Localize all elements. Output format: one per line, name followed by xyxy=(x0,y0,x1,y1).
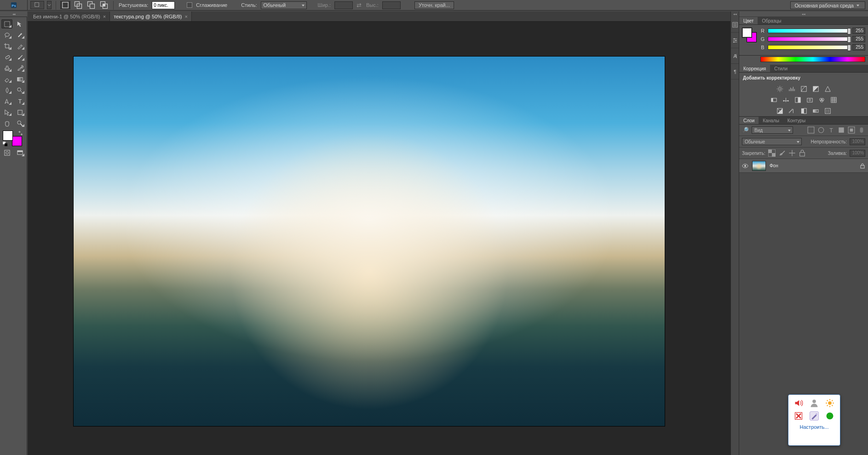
color-tab[interactable]: Цвет xyxy=(739,17,758,24)
blend-mode-select[interactable]: Обычные xyxy=(742,138,802,145)
screenmode-tool-icon[interactable] xyxy=(14,148,25,157)
crop-tool-icon[interactable] xyxy=(1,41,12,51)
fill-input[interactable]: 100% xyxy=(850,150,865,157)
b-slider[interactable] xyxy=(768,45,850,50)
posterize-adj-icon[interactable] xyxy=(788,107,796,115)
close-tab-icon[interactable]: × xyxy=(185,14,188,19)
layer-row[interactable]: Фон xyxy=(739,159,868,173)
eyedropper-tool-icon[interactable] xyxy=(14,41,25,51)
pen-tray-icon[interactable] xyxy=(810,411,819,421)
lock-pixels-icon[interactable] xyxy=(778,149,786,157)
filter-type-icon[interactable]: T xyxy=(828,126,835,134)
swap-colors-icon[interactable] xyxy=(17,131,23,136)
close-tab-icon[interactable]: × xyxy=(103,14,106,19)
feather-input[interactable]: 0 пикс. xyxy=(152,1,175,9)
character-panel-icon[interactable]: A xyxy=(731,48,739,64)
invert-adj-icon[interactable] xyxy=(776,107,784,115)
hue-adj-icon[interactable] xyxy=(770,96,778,104)
curves-adj-icon[interactable] xyxy=(799,85,808,93)
bw-adj-icon[interactable] xyxy=(793,96,802,104)
canvas-area[interactable] xyxy=(28,22,732,455)
panel-fg-swatch[interactable] xyxy=(742,28,752,38)
brush-tool-icon[interactable] xyxy=(14,52,25,62)
hand-tool-icon[interactable] xyxy=(1,119,12,128)
volume-tray-icon[interactable] xyxy=(794,398,803,408)
colorbalance-adj-icon[interactable] xyxy=(782,96,790,104)
type-tool-icon[interactable]: T xyxy=(14,97,25,106)
visibility-toggle-icon[interactable] xyxy=(742,163,748,169)
status-tray-icon[interactable] xyxy=(825,411,834,421)
vibrance-adj-icon[interactable] xyxy=(823,85,832,93)
filter-toggle-switch[interactable] xyxy=(858,126,865,134)
default-colors-icon[interactable] xyxy=(3,142,7,146)
color-swatch-control[interactable] xyxy=(3,131,23,146)
swatches-tab[interactable]: Образцы xyxy=(758,17,785,24)
marquee-tool-icon[interactable] xyxy=(1,19,12,28)
healing-tool-icon[interactable] xyxy=(1,52,12,62)
filter-shape-icon[interactable] xyxy=(838,126,845,134)
gradientmap-adj-icon[interactable] xyxy=(811,107,820,115)
tray-configure-link[interactable]: Настроить... xyxy=(800,424,829,430)
sun-tray-icon[interactable] xyxy=(825,398,834,408)
dodge-tool-icon[interactable] xyxy=(14,85,25,95)
channelmixer-adj-icon[interactable] xyxy=(817,96,826,104)
document-tab[interactable]: текстура.png @ 50% (RGB/8) × xyxy=(110,11,192,21)
background-color-swatch[interactable] xyxy=(12,136,22,146)
adjustments-tab[interactable]: Коррекция xyxy=(739,65,770,72)
channels-tab[interactable]: Каналы xyxy=(759,117,783,124)
gradient-tool-icon[interactable] xyxy=(14,74,25,84)
history-panel-icon[interactable] xyxy=(731,17,739,33)
refine-edge-button[interactable]: Уточн. край... xyxy=(414,1,454,9)
hue-ramp[interactable] xyxy=(760,57,865,62)
blur-tool-icon[interactable] xyxy=(1,85,12,95)
lock-transparency-icon[interactable] xyxy=(768,149,776,157)
shield-tray-icon[interactable] xyxy=(794,411,803,421)
selectivecolor-adj-icon[interactable] xyxy=(823,107,832,115)
right-collapse-handle[interactable]: ◂◂ xyxy=(739,11,868,17)
zoom-tool-icon[interactable] xyxy=(14,119,25,128)
wand-tool-icon[interactable] xyxy=(14,30,25,40)
subtract-selection-icon[interactable] xyxy=(86,1,96,9)
threshold-adj-icon[interactable] xyxy=(799,107,808,115)
new-selection-icon[interactable] xyxy=(60,1,70,9)
foreground-color-swatch[interactable] xyxy=(3,131,13,141)
lock-position-icon[interactable] xyxy=(788,149,796,157)
exposure-adj-icon[interactable] xyxy=(811,85,820,93)
intersect-selection-icon[interactable] xyxy=(99,1,109,9)
filter-adjust-icon[interactable] xyxy=(817,126,825,134)
layers-tab[interactable]: Слои xyxy=(739,117,759,124)
shape-tool-icon[interactable] xyxy=(14,108,25,117)
filter-pixel-icon[interactable] xyxy=(807,126,815,134)
paragraph-panel-icon[interactable]: ¶ xyxy=(731,64,739,80)
layer-filter-select[interactable]: Вид xyxy=(752,126,793,134)
add-selection-icon[interactable] xyxy=(73,1,83,9)
r-slider[interactable] xyxy=(768,28,850,33)
photofilter-adj-icon[interactable] xyxy=(805,96,814,104)
tools-collapse-handle[interactable]: ◂◂ xyxy=(0,11,27,17)
levels-adj-icon[interactable] xyxy=(788,85,796,93)
properties-panel-icon[interactable] xyxy=(731,33,739,48)
g-value-input[interactable]: 255 xyxy=(852,36,865,42)
document-tab[interactable]: Без имени-1 @ 50% (RGB/8) × xyxy=(29,11,110,21)
stamp-tool-icon[interactable] xyxy=(1,63,12,73)
paths-tab[interactable]: Контуры xyxy=(783,117,810,124)
history-brush-tool-icon[interactable] xyxy=(14,63,25,73)
lasso-tool-icon[interactable] xyxy=(1,30,12,40)
style-select[interactable]: Обычный xyxy=(261,1,307,9)
dock-collapse-handle[interactable]: ◂◂ xyxy=(731,11,739,17)
eraser-tool-icon[interactable] xyxy=(1,74,12,84)
g-slider[interactable] xyxy=(768,37,850,41)
path-select-tool-icon[interactable] xyxy=(1,108,12,117)
layer-name-label[interactable]: Фон xyxy=(770,163,856,168)
filter-smart-icon[interactable] xyxy=(848,126,855,134)
user-tray-icon[interactable] xyxy=(810,398,819,408)
opacity-input[interactable]: 100% xyxy=(850,138,865,145)
quickmask-tool-icon[interactable] xyxy=(1,148,12,157)
workspace-switcher-button[interactable]: Основная рабочая среда xyxy=(790,1,865,9)
layer-thumbnail[interactable] xyxy=(752,161,766,171)
tool-preset-dropdown[interactable] xyxy=(47,1,52,9)
b-value-input[interactable]: 255 xyxy=(852,44,865,51)
styles-tab[interactable]: Стили xyxy=(770,65,792,72)
lock-all-icon[interactable] xyxy=(799,149,806,157)
brightness-adj-icon[interactable] xyxy=(776,85,784,93)
